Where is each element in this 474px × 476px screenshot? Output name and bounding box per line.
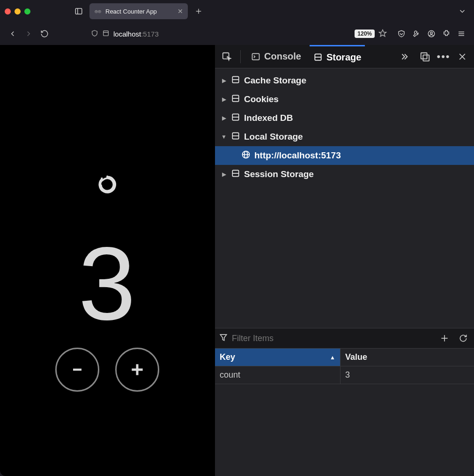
tab-title: React Counter App <box>105 8 174 15</box>
storage-icon <box>231 112 240 124</box>
close-window-button[interactable] <box>5 8 11 15</box>
back-button[interactable] <box>6 27 20 41</box>
tree-item-local-storage-origin[interactable]: http://localhost:5173 <box>215 146 474 165</box>
devtools-tab-storage[interactable]: Storage <box>310 45 365 68</box>
chevron-right-icon: ▶ <box>221 96 227 103</box>
svg-marker-6 <box>379 30 386 36</box>
tree-item-indexed-db[interactable]: ▶ Indexed DB <box>215 109 474 127</box>
toolbar: localhost:5173 120% <box>0 22 474 45</box>
chevron-right-icon: ▶ <box>221 115 227 121</box>
devtools-dock-icon[interactable] <box>418 50 432 64</box>
table-row[interactable]: count 3 <box>215 366 474 384</box>
tree-label: Session Storage <box>244 169 314 179</box>
devtools-tab-storage-label: Storage <box>326 52 361 63</box>
devtools-tab-console[interactable]: Console <box>247 45 305 68</box>
lock-icon[interactable] <box>102 30 110 38</box>
browser-tab[interactable]: ◎◎ React Counter App ✕ <box>89 3 188 19</box>
svg-marker-37 <box>220 335 226 341</box>
zoom-badge[interactable]: 120% <box>355 30 375 38</box>
tree-label: http://localhost:5173 <box>254 150 341 161</box>
storage-icon <box>231 169 240 180</box>
column-header-key[interactable]: Key ▲ <box>215 349 341 366</box>
column-header-key-label: Key <box>220 352 235 362</box>
sidebar-toggle-icon[interactable] <box>72 4 86 18</box>
storage-filter-bar <box>215 328 474 349</box>
globe-icon <box>241 150 251 162</box>
wrench-icon[interactable] <box>409 27 423 41</box>
column-header-value[interactable]: Value <box>341 349 474 366</box>
storage-icon <box>231 94 240 105</box>
tree-label: Cookies <box>244 94 279 104</box>
svg-rect-17 <box>252 53 259 60</box>
devtools-more-tabs-icon[interactable] <box>397 50 411 64</box>
extensions-icon[interactable] <box>439 27 453 41</box>
filter-icon <box>219 333 228 344</box>
column-header-value-label: Value <box>345 352 367 362</box>
refresh-button[interactable] <box>456 331 470 345</box>
account-icon[interactable] <box>424 27 438 41</box>
cell-key: count <box>215 366 341 384</box>
menu-icon[interactable] <box>454 27 468 41</box>
url-host: localhost:5173 <box>113 30 159 38</box>
svg-rect-4 <box>104 30 109 36</box>
tree-item-local-storage[interactable]: ▼ Local Storage <box>215 127 474 146</box>
inspector-pick-icon[interactable] <box>220 50 234 64</box>
tab-favicon: ◎◎ <box>94 7 102 15</box>
tree-label: Cache Storage <box>244 75 306 86</box>
minimize-window-button[interactable] <box>15 8 21 15</box>
reset-button[interactable] <box>98 175 117 196</box>
svg-point-8 <box>430 32 433 34</box>
add-item-button[interactable] <box>437 331 452 345</box>
counter-value: 3 <box>78 232 135 335</box>
storage-table: Key ▲ Value count 3 <box>215 349 474 476</box>
tabs-dropdown-icon[interactable] <box>455 4 469 18</box>
storage-icon <box>231 75 240 87</box>
sort-asc-icon: ▲ <box>330 354 335 361</box>
tree-item-cache-storage[interactable]: ▶ Cache Storage <box>215 71 474 90</box>
window-controls <box>5 8 30 15</box>
tree-item-cookies[interactable]: ▶ Cookies <box>215 90 474 109</box>
cell-value: 3 <box>341 366 474 384</box>
page-content: 3 <box>0 45 214 476</box>
tree-label: Indexed DB <box>244 113 293 123</box>
svg-rect-21 <box>423 55 429 61</box>
window-titlebar: ◎◎ React Counter App ✕ <box>0 0 474 22</box>
devtools-panel: Console Storage ••• <box>214 45 474 476</box>
reload-button[interactable] <box>37 27 52 41</box>
storage-icon <box>231 131 240 143</box>
close-tab-icon[interactable]: ✕ <box>178 7 183 15</box>
decrement-button[interactable] <box>55 348 99 392</box>
devtools-menu-icon[interactable]: ••• <box>437 50 451 64</box>
pocket-icon[interactable] <box>394 27 408 41</box>
chevron-down-icon: ▼ <box>221 134 227 140</box>
new-tab-button[interactable] <box>192 4 206 18</box>
chevron-right-icon: ▶ <box>221 77 227 84</box>
filter-input[interactable] <box>232 334 341 343</box>
devtools-toolbar: Console Storage ••• <box>215 45 474 68</box>
tree-label: Local Storage <box>244 132 303 142</box>
svg-rect-0 <box>75 8 82 14</box>
tree-item-session-storage[interactable]: ▶ Session Storage <box>215 165 474 184</box>
storage-tree: ▶ Cache Storage ▶ Cookies ▶ Indexed DB <box>215 68 474 328</box>
maximize-window-button[interactable] <box>24 8 30 15</box>
increment-button[interactable] <box>115 348 159 392</box>
svg-rect-20 <box>421 52 427 59</box>
bookmark-icon[interactable] <box>378 29 387 39</box>
forward-button[interactable] <box>22 27 36 41</box>
address-bar[interactable]: localhost:5173 120% <box>59 26 391 42</box>
devtools-tab-console-label: Console <box>264 51 301 62</box>
devtools-close-icon[interactable] <box>455 50 469 64</box>
chevron-right-icon: ▶ <box>221 171 227 178</box>
shield-icon[interactable] <box>91 30 98 38</box>
